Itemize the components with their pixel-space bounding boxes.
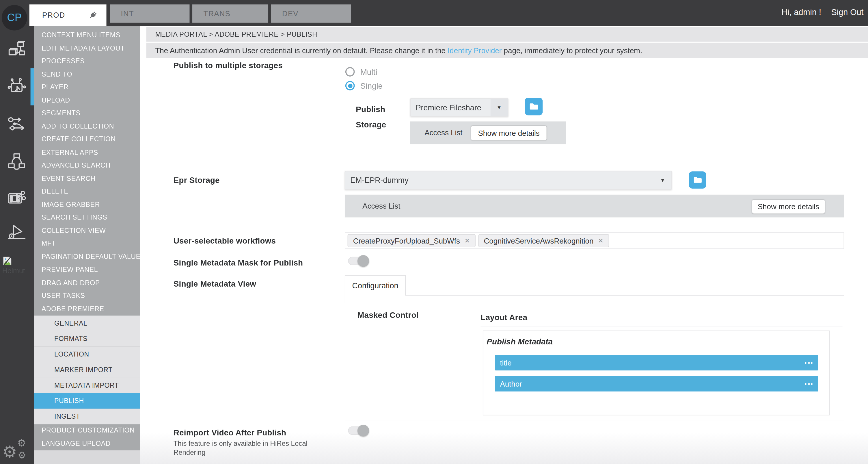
sidebar-item[interactable]: ADD TO COLLECTION bbox=[34, 120, 140, 133]
epr-storage-value: EM-EPR-dummy bbox=[345, 176, 654, 184]
sidebar-subitem[interactable]: PUBLISH bbox=[34, 393, 140, 409]
sidebar-item[interactable]: EDIT METADATA LAYOUT bbox=[34, 42, 140, 55]
sidebar-subitem[interactable]: INGEST bbox=[34, 409, 140, 425]
tab-configuration[interactable]: Configuration bbox=[345, 275, 406, 295]
publish-storage-browse-button[interactable] bbox=[525, 98, 542, 115]
sidebar-item[interactable]: EVENT SEARCH bbox=[34, 172, 140, 185]
tab-divider bbox=[406, 295, 844, 295]
layout-area-divider bbox=[480, 327, 842, 327]
warning-text: The Authentication Admin User credential… bbox=[155, 46, 447, 55]
workflow-icon[interactable] bbox=[7, 114, 27, 134]
sidebar-item[interactable]: DRAG AND DROP bbox=[34, 277, 140, 290]
radio-multi[interactable] bbox=[345, 67, 355, 77]
design-icon[interactable] bbox=[7, 222, 27, 242]
epr-storage-browse-button[interactable] bbox=[689, 171, 706, 188]
portal-config-icon[interactable] bbox=[7, 77, 27, 96]
toggle-knob bbox=[358, 255, 369, 267]
show-more-details-button[interactable]: Show more details bbox=[752, 200, 825, 213]
icon-rail: Helmut ⚙ ⚙ ⚙ bbox=[0, 0, 34, 464]
chevron-down-icon: ▼ bbox=[654, 171, 671, 189]
chip-label: CognitiveServiceAwsRekognition bbox=[484, 237, 594, 245]
epr-storage-dropdown[interactable]: EM-EPR-dummy ▼ bbox=[345, 171, 672, 190]
toggle-knob bbox=[358, 425, 369, 436]
sidebar-subitem[interactable]: FORMATS bbox=[34, 331, 140, 347]
sidebar-subitem[interactable]: GENERAL bbox=[34, 316, 140, 331]
remove-chip-icon[interactable]: ✕ bbox=[464, 237, 470, 245]
sidebar-item[interactable]: CREATE COLLECTION bbox=[34, 133, 140, 146]
multi-storage-label: Publish to multiple storages bbox=[174, 61, 283, 70]
ellipsis-menu-icon[interactable] bbox=[805, 383, 812, 385]
remove-chip-icon[interactable]: ✕ bbox=[598, 237, 603, 245]
sidebar-item[interactable]: MFT bbox=[34, 237, 140, 251]
sidebar-bottom-items: PRODUCT CUSTOMIZATIONLANGUAGE UPLOAD bbox=[34, 424, 140, 450]
sidebar-item[interactable]: COLLECTION VIEW bbox=[34, 224, 140, 237]
layout-area-heading: Layout Area bbox=[480, 313, 527, 322]
breadcrumb: MEDIA PORTAL > ADOBE PREMIERE > PUBLISH bbox=[146, 31, 317, 38]
sidebar-item[interactable]: ADOBE PREMIERE bbox=[34, 302, 140, 316]
reimport-toggle[interactable] bbox=[348, 427, 367, 435]
single-view-label: Single Metadata View bbox=[174, 280, 256, 288]
helmut-broken-image-icon[interactable] bbox=[3, 256, 12, 268]
sidebar-item[interactable]: SEGMENTS bbox=[34, 107, 140, 120]
sidebar-item[interactable]: LANGUAGE UPLOAD bbox=[34, 437, 140, 451]
metadata-field-row[interactable]: title bbox=[495, 355, 818, 370]
sidebar-subitem[interactable]: LOCATION bbox=[34, 347, 140, 362]
sidebar-item[interactable]: PREVIEW PANEL bbox=[34, 263, 140, 277]
settings-sidebar: CONTEXT MENU ITEMSEDIT METADATA LAYOUTPR… bbox=[34, 26, 140, 464]
collections-icon[interactable] bbox=[7, 151, 27, 171]
tab-int[interactable]: INT bbox=[110, 4, 189, 23]
essence-icon[interactable] bbox=[7, 188, 27, 208]
ellipsis-menu-icon[interactable] bbox=[805, 362, 812, 364]
sidebar-item[interactable]: ADVANCED SEARCH bbox=[34, 159, 140, 172]
sign-out-link[interactable]: Sign Out bbox=[831, 7, 864, 17]
sidebar-item[interactable]: UPLOAD bbox=[34, 94, 140, 107]
sidebar-item[interactable]: IMAGE GRABBER bbox=[34, 198, 140, 211]
active-section-indicator bbox=[31, 68, 34, 106]
workflow-chip[interactable]: CognitiveServiceAwsRekognition ✕ bbox=[478, 234, 609, 247]
radio-single[interactable] bbox=[345, 81, 355, 90]
epr-storage-label: Epr Storage bbox=[174, 176, 220, 184]
single-mask-toggle[interactable] bbox=[348, 257, 367, 265]
sidebar-item[interactable]: PLAYER bbox=[34, 81, 140, 94]
field-label: Author bbox=[495, 380, 522, 388]
reimport-note: This feature is only available in HiRes … bbox=[174, 440, 312, 457]
workflows-label: User-selectable workflows bbox=[174, 236, 276, 245]
top-bar: INT TRANS DEV Hi, admin ! Sign Out bbox=[0, 0, 868, 26]
access-list-label: Access List bbox=[362, 202, 400, 210]
breadcrumb-bar: MEDIA PORTAL > ADOBE PREMIERE > PUBLISH bbox=[146, 27, 868, 41]
sidebar-item[interactable]: USER TASKS bbox=[34, 290, 140, 302]
sidebar-item[interactable]: PRODUCT CUSTOMIZATION bbox=[34, 424, 140, 437]
section-divider bbox=[345, 420, 844, 420]
sidebar-item[interactable]: CONTEXT MENU ITEMS bbox=[34, 29, 140, 42]
sidebar-premiere-items: GENERALFORMATSLOCATIONMARKER IMPORTMETAD… bbox=[34, 316, 140, 424]
sidebar-subitem[interactable]: METADATA IMPORT bbox=[34, 378, 140, 393]
metadata-group-title: Publish Metadata bbox=[487, 337, 553, 346]
sidebar-item[interactable]: EXTERNAL APPS bbox=[34, 146, 140, 159]
panel-edge bbox=[345, 295, 345, 303]
sidebar-subitem[interactable]: MARKER IMPORT bbox=[34, 362, 140, 378]
metadata-field-row[interactable]: Author bbox=[495, 376, 818, 392]
tab-trans[interactable]: TRANS bbox=[192, 4, 268, 23]
sidebar-item[interactable]: SEND TO bbox=[34, 68, 140, 81]
show-more-details-button[interactable]: Show more details bbox=[471, 126, 547, 140]
app-logo[interactable]: CP bbox=[2, 5, 27, 30]
tab-dev[interactable]: DEV bbox=[271, 4, 351, 23]
workflow-chip[interactable]: CreateProxyForUpload_SubWfs ✕ bbox=[348, 234, 475, 247]
identity-provider-link[interactable]: Identity Provider bbox=[447, 46, 502, 55]
sidebar-item[interactable]: SEARCH SETTINGS bbox=[34, 211, 140, 224]
tab-prod[interactable]: PROD bbox=[29, 4, 106, 26]
modules-icon[interactable] bbox=[7, 39, 27, 59]
settings-gears-icon[interactable]: ⚙ ⚙ ⚙ bbox=[2, 438, 31, 463]
sidebar-item[interactable]: PROCESSES bbox=[34, 55, 140, 68]
chip-label: CreateProxyForUpload_SubWfs bbox=[353, 237, 460, 245]
layout-area-box: Publish Metadata title Author bbox=[483, 330, 830, 415]
workflows-input[interactable]: CreateProxyForUpload_SubWfs ✕ CognitiveS… bbox=[345, 232, 844, 249]
publish-storage-dropdown[interactable]: Premiere Fileshare ▼ bbox=[410, 98, 508, 116]
sidebar-item[interactable]: DELETE bbox=[34, 185, 140, 198]
access-list-label: Access List bbox=[425, 128, 462, 137]
radio-multi-label: Multi bbox=[360, 67, 377, 77]
masked-control-heading: Masked Control bbox=[358, 311, 418, 320]
epr-access-list-box: Access List Show more details bbox=[345, 195, 844, 218]
sidebar-item[interactable]: PAGINATION DEFAULT VALUE bbox=[34, 251, 140, 263]
publish-storage-label: Publish Storage bbox=[356, 102, 396, 132]
